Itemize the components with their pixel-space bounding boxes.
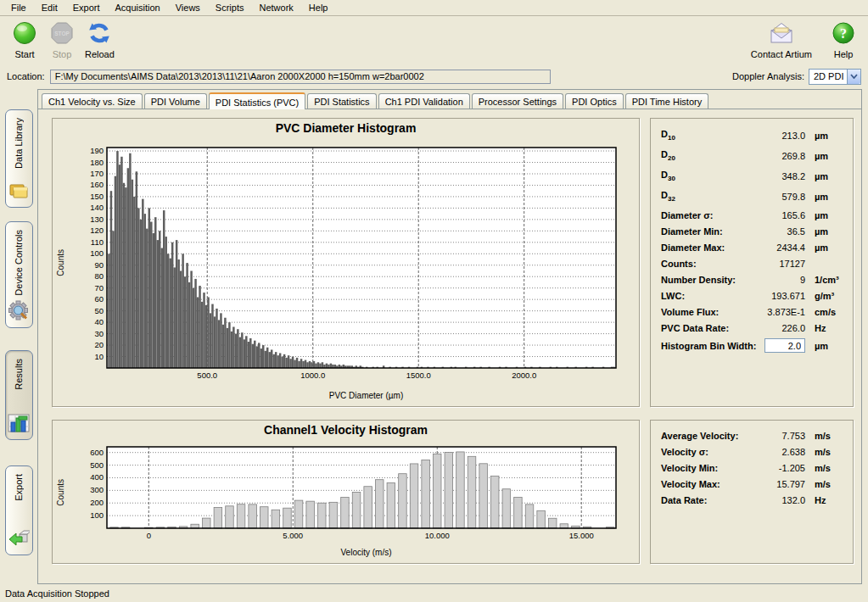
stat-value: 213.0 [751, 131, 805, 141]
stat-row: LWC:193.671g/m³ [661, 287, 843, 304]
stat-label: Velocity σ: [661, 447, 751, 457]
stat-value: 269.8 [751, 151, 805, 161]
menu-views[interactable]: Views [168, 1, 208, 14]
reload-button[interactable]: Reload [85, 20, 115, 67]
gear-magnifier-icon [8, 300, 30, 322]
velocity-histogram: 10020030040050060005.00010.00015.000 [70, 443, 621, 543]
sidebar-item-export[interactable]: Export [5, 465, 33, 555]
menu-export[interactable]: Export [65, 1, 108, 14]
menu-help[interactable]: Help [301, 1, 336, 14]
velocity-chart-panel: Channel1 Velocity Histogram Counts 10020… [52, 420, 640, 564]
pvc-chart-xlabel: PVC Diameter (µm) [56, 391, 636, 404]
menu-file[interactable]: File [3, 1, 34, 14]
stat-value: 15.797 [751, 479, 805, 489]
stat-row: Data Rate:132.0Hz [661, 492, 843, 508]
stat-unit: m/s [805, 431, 843, 441]
stat-unit: µm [805, 171, 843, 181]
envelope-icon [767, 20, 796, 47]
tab-processor-settings[interactable]: Processor Settings [472, 93, 563, 109]
stat-unit: µm [805, 242, 843, 253]
svg-text:STOP: STOP [54, 31, 70, 36]
bin-width-input[interactable] [764, 338, 805, 353]
sidebar-item-device-controls[interactable]: Device Controls [5, 221, 33, 328]
svg-text:190: 190 [90, 146, 104, 155]
svg-text:180: 180 [90, 158, 104, 167]
pvc-chart-title: PVC Diameter Histogram [56, 121, 636, 135]
pvc-chart-body: Counts 102030405060708090100110120130140… [56, 135, 636, 391]
menu-edit[interactable]: Edit [34, 1, 65, 14]
tab-pdi-statistics[interactable]: PDI Statistics [307, 93, 376, 109]
stop-button[interactable]: STOP Stop [48, 20, 76, 67]
help-button[interactable]: ? Help [829, 20, 858, 59]
svg-text:30: 30 [94, 329, 104, 338]
svg-text:40: 40 [94, 317, 104, 326]
tab-pdi-statistics-pvc-[interactable]: PDI Statistics (PVC) [209, 92, 305, 109]
status-bar: Data Acquisition Stopped [0, 586, 868, 602]
chevron-down-icon[interactable] [847, 70, 860, 84]
tab-pdi-optics[interactable]: PDI Optics [565, 93, 624, 109]
stat-value: 7.753 [751, 431, 805, 441]
svg-text:110: 110 [91, 237, 104, 247]
stat-unit: Hz [805, 495, 843, 505]
velocity-chart-title: Channel1 Velocity Histogram [56, 423, 636, 437]
stat-unit: Hz [805, 323, 843, 333]
stat-value: 3.873E-1 [751, 307, 805, 317]
svg-text:50: 50 [94, 306, 104, 315]
stat-unit: µm [805, 131, 843, 141]
menu-network[interactable]: Network [251, 1, 300, 14]
contact-artium-button[interactable]: Contact Artium [751, 20, 812, 59]
pvc-diameter-histogram: 1020304050607080901001101201301401501601… [70, 143, 621, 382]
stat-row: Diameter σ:165.6µm [661, 207, 843, 223]
stop-label: Stop [53, 49, 72, 59]
svg-text:300: 300 [90, 485, 104, 494]
tab-pdi-volume[interactable]: PDI Volume [144, 93, 207, 109]
menu-acquisition[interactable]: Acquisition [108, 1, 168, 14]
stat-row: Counts:17127 [661, 255, 843, 271]
stat-unit: m/s [805, 463, 843, 473]
svg-text:100: 100 [90, 510, 104, 520]
svg-text:10.000: 10.000 [425, 531, 450, 540]
main-area: Data LibraryDevice ControlsResultsExport… [0, 89, 868, 586]
svg-text:60: 60 [94, 294, 104, 304]
velocity-stats-panel: Average Velocity:7.753m/sVelocity σ:2.63… [650, 420, 854, 564]
svg-text:1500.0: 1500.0 [406, 371, 431, 380]
stat-label: Number Density: [661, 275, 751, 285]
stat-unit: µm [805, 210, 843, 220]
pvc-diameter-chart-panel: PVC Diameter Histogram Counts 1020304050… [52, 118, 640, 407]
stat-label: Diameter σ: [661, 210, 751, 220]
stat-unit: cm/s [805, 307, 843, 317]
sidebar-item-label: Export [14, 474, 24, 501]
stat-value: 36.5 [751, 226, 805, 237]
tab-ch1-pdi-validation[interactable]: Ch1 PDI Validation [378, 93, 470, 109]
start-button[interactable]: Start [10, 20, 39, 67]
sidebar-item-results[interactable]: Results [5, 350, 33, 440]
stat-value: 165.6 [751, 210, 805, 220]
tab-ch1-velocity-vs-size[interactable]: Ch1 Velocity vs. Size [42, 93, 143, 109]
svg-text:15.000: 15.000 [569, 531, 594, 540]
stat-value: 579.8 [751, 192, 805, 202]
pvc-chart-ylabel: Counts [56, 249, 70, 276]
bin-width-row: Histogram Bin Width: µm [661, 337, 843, 354]
location-row: Location: F:\My Documents\AIMS Data\2013… [0, 67, 868, 89]
location-field[interactable]: F:\My Documents\AIMS Data\2013\2013\11\2… [50, 70, 551, 84]
stat-label: Counts: [661, 259, 751, 269]
doppler-select[interactable]: 2D PDI [809, 69, 861, 85]
sidebar-item-label: Device Controls [14, 230, 24, 296]
menu-scripts[interactable]: Scripts [208, 1, 252, 14]
stat-row: D32579.8µm [661, 187, 843, 207]
sidebar-item-data-library[interactable]: Data Library [5, 109, 33, 208]
stat-value: 2.638 [751, 447, 805, 457]
toolbar: Start STOP Stop Reload [0, 16, 868, 67]
stat-row: PVC Data Rate:226.0Hz [661, 320, 843, 336]
stat-row: Velocity σ:2.638m/s [661, 443, 843, 460]
tab-pdi-time-history[interactable]: PDI Time History [625, 93, 709, 109]
folders-icon [8, 181, 30, 202]
stat-row: Volume Flux:3.873E-1cm/s [661, 304, 843, 320]
doppler-value: 2D PDI [809, 70, 847, 84]
stat-unit: m/s [805, 479, 843, 489]
export-arrow-icon [8, 529, 30, 549]
pvc-stats-panel: D10213.0µmD20269.8µmD30348.2µmD32579.8µm… [650, 118, 854, 407]
stat-value: 348.2 [751, 171, 805, 181]
stat-value: -1.205 [751, 463, 805, 473]
help-icon: ? [831, 20, 856, 47]
